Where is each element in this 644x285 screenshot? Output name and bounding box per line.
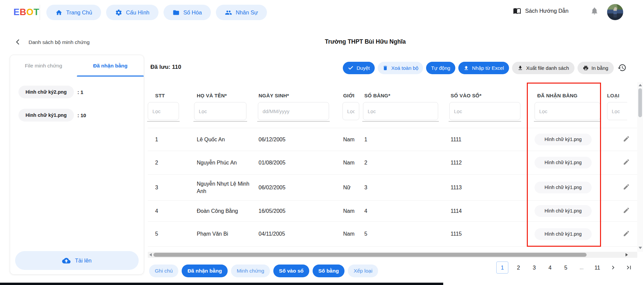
edit-row-button[interactable] [623, 207, 630, 215]
horizontal-scroll-thumb[interactable] [153, 253, 587, 257]
scroll-left-arrow[interactable] [149, 253, 152, 256]
last-page-button[interactable] [623, 262, 635, 274]
file-panel: File minh chứng Đã nhận bằng Hình chữ ký… [10, 55, 144, 275]
page-2[interactable]: 2 [513, 262, 524, 274]
notifications-button[interactable] [590, 7, 599, 16]
cell-so-vao-so: 1114 [447, 208, 532, 214]
signature-badge[interactable]: Hình chữ ký1.png [535, 157, 592, 169]
cell-gender: Nam [339, 160, 360, 166]
signature-badge[interactable]: Hình chữ ký1.png [535, 182, 592, 193]
cell-dob: 04/11/2005 [255, 231, 339, 237]
page-ellipsis: ... [576, 262, 587, 274]
filter-loai-input[interactable] [607, 102, 627, 120]
tab-file-minh-chung[interactable]: File minh chứng [10, 55, 77, 77]
filter-so-vao-so-input[interactable] [449, 102, 520, 120]
logo-letter: O [27, 7, 34, 17]
manual-label: Sách Hướng Dẫn [525, 8, 568, 14]
filter-da-nhan-bang-input[interactable] [535, 102, 600, 120]
chevron-left-icon [14, 38, 21, 46]
logo-letter: B [20, 7, 27, 17]
print-diploma-button[interactable]: In bằng [578, 62, 614, 74]
edit-row-button[interactable] [623, 135, 630, 143]
tab-da-nhan-bang[interactable]: Đã nhận bằng [77, 55, 144, 77]
check-icon [348, 65, 354, 71]
ebot-logo: EBOT [13, 7, 39, 17]
cell-stt: 5 [148, 231, 191, 237]
page-5[interactable]: 5 [560, 262, 571, 274]
tag-so-bang[interactable]: Số bằng [313, 265, 344, 277]
import-excel-button[interactable]: Nhập từ Excel [458, 62, 509, 74]
pencil-icon [623, 158, 630, 165]
top-navbar: EBOT Trang Chủ Cấu Hình Số Hóa Nhân Sự [0, 0, 644, 25]
tag-ghi-chu[interactable]: Ghi chú [149, 265, 178, 277]
cell-gender: Nam [339, 208, 360, 214]
filter-name-input[interactable] [194, 102, 246, 120]
edit-row-button[interactable] [623, 230, 630, 238]
table-header-row: STT HỌ VÀ TÊN* NGÀY SINH* GIỚI SỐ BẰNG* … [148, 82, 637, 99]
cell-so-vao-so: 1112 [447, 160, 532, 166]
upload-icon [463, 65, 469, 71]
edit-row-button[interactable] [623, 158, 630, 167]
signature-badge[interactable]: Hình chữ ký1.png [535, 205, 592, 217]
page-4[interactable]: 4 [544, 262, 556, 274]
page-11[interactable]: 11 [592, 262, 603, 274]
auto-button[interactable]: Tự động [426, 62, 455, 74]
delete-all-button[interactable]: Xoá toàn bộ [378, 62, 423, 74]
edit-row-button[interactable] [623, 183, 630, 191]
nav-item-so-hoa[interactable]: Số Hóa [164, 5, 211, 20]
folder-icon [173, 9, 180, 16]
tag-minh-chung[interactable]: Minh chứng [231, 265, 270, 277]
nav-item-nhan-su[interactable]: Nhân Sự [216, 5, 267, 20]
tag-da-nhan-bang[interactable]: Đã nhận bằng [182, 265, 227, 277]
breadcrumb[interactable]: Danh sách bộ minh chứng [29, 39, 90, 45]
tag-so-vao-so[interactable]: Số vào sổ [273, 265, 309, 277]
filter-stt-input[interactable] [148, 102, 179, 120]
scroll-up-arrow[interactable] [639, 84, 642, 86]
next-page-button[interactable] [607, 262, 619, 274]
horizontal-scrollbar[interactable] [148, 252, 637, 258]
history-button[interactable] [617, 63, 627, 73]
nav-divider [40, 5, 40, 20]
cell-so-bang: 4 [360, 208, 447, 214]
filter-dob-input[interactable] [258, 102, 329, 120]
approve-button[interactable]: Duyệt [343, 62, 375, 74]
cell-stt: 2 [148, 160, 191, 166]
nav-item-cau-hinh[interactable]: Cấu Hình [106, 5, 158, 20]
trash-icon [382, 65, 388, 71]
bell-icon [590, 7, 599, 15]
filter-gender-input[interactable] [342, 102, 359, 120]
pencil-icon [623, 135, 630, 142]
user-avatar[interactable] [607, 4, 623, 20]
file-chip[interactable]: Hình chữ ký1.png [18, 109, 74, 122]
nav-item-label: Cấu Hình [126, 9, 149, 16]
manual-button[interactable]: Sách Hướng Dẫn [513, 7, 568, 15]
file-chip[interactable]: Hình chữ ký2.png [18, 86, 74, 98]
logo-letter: T [34, 7, 39, 17]
page-1[interactable]: 1 [496, 262, 508, 274]
vertical-scrollbar[interactable] [637, 82, 643, 252]
back-button[interactable] [13, 38, 22, 47]
filter-so-bang-input[interactable] [363, 102, 438, 120]
print-label: In bằng [592, 65, 608, 71]
upload-button[interactable]: Tải lên [15, 251, 139, 270]
export-list-button[interactable]: Xuất file danh sách [512, 62, 574, 74]
file-count: : 1 [78, 89, 84, 95]
nav-item-label: Nhân Sự [236, 9, 258, 16]
table-filter-row [148, 99, 637, 128]
page-3[interactable]: 3 [528, 262, 540, 274]
vertical-scroll-thumb[interactable] [638, 88, 642, 117]
column-header-dob: NGÀY SINH* [255, 93, 339, 99]
cell-stt: 4 [148, 208, 191, 214]
scroll-right-arrow[interactable] [626, 253, 628, 256]
column-toggle-tags: Ghi chú Đã nhận bằng Minh chứng Số vào s… [149, 265, 378, 277]
signature-badge[interactable]: Hình chữ ký1.png [535, 228, 592, 240]
table-row: 1 Lê Quốc An 06/12/2005 Nam 1 1111 Hình … [148, 128, 637, 151]
cell-so-vao-so: 1115 [447, 231, 532, 237]
cell-dob: 06/02/2005 [255, 185, 339, 191]
download-icon [517, 65, 523, 71]
scroll-down-arrow[interactable] [639, 247, 642, 249]
tag-xep-loai[interactable]: Xếp loại [348, 265, 378, 277]
nav-item-trang-chu[interactable]: Trang Chủ [46, 5, 101, 20]
signature-badge[interactable]: Hình chữ ký1.png [535, 134, 592, 145]
toolbar: Duyệt Xoá toàn bộ Tự động Nhập từ Excel … [343, 62, 627, 74]
